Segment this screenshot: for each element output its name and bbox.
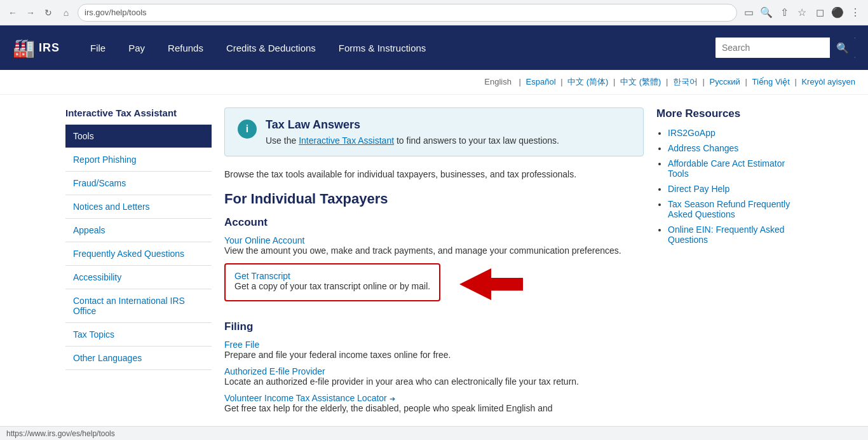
nav-file[interactable]: File	[79, 25, 117, 70]
vita-locator-link[interactable]: Volunteer Income Tax Assistance Locator …	[224, 393, 395, 403]
lang-chinese-simplified[interactable]: 中文 (简体)	[567, 77, 608, 86]
nav-credits-deductions[interactable]: Credits & Deductions	[215, 25, 327, 70]
aca-estimator-link[interactable]: Affordable Care Act Estimator Tools	[668, 158, 785, 179]
sidebar-item-faq[interactable]: Frequently Asked Questions	[65, 242, 212, 266]
address-bar[interactable]: irs.gov/help/tools	[78, 4, 737, 22]
resource-item-5: Tax Season Refund Frequently Asked Quest…	[668, 199, 803, 219]
online-ein-link[interactable]: Online EIN: Frequently Asked Questions	[668, 224, 785, 245]
your-online-account-link[interactable]: Your Online Account	[224, 235, 304, 245]
sidebar-section-title: Interactive Tax Assistant	[65, 107, 212, 118]
browser-icons: ▭ 🔍 ⇧ ☆ ◻ ⚫ ⋮	[742, 6, 862, 19]
lang-espanol[interactable]: Español	[526, 77, 556, 86]
url-text: irs.gov/help/tools	[85, 8, 147, 17]
sidebar-item-notices-letters[interactable]: Notices and Letters	[65, 195, 212, 219]
filing-item-1: Free File Prepare and file your federal …	[224, 340, 644, 360]
language-bar: English | Español | 中文 (简体) | 中文 (繁體) | …	[0, 70, 868, 95]
irs2goapp-link[interactable]: IRS2GoApp	[668, 128, 715, 138]
filing-item-3: Volunteer Income Tax Assistance Locator …	[224, 393, 644, 413]
info-box: i Tax Law Answers Use the Interactive Ta…	[224, 107, 644, 156]
lang-separator-6: |	[745, 77, 749, 86]
direct-pay-link[interactable]: Direct Pay Help	[668, 184, 729, 194]
lang-separator-5: |	[703, 77, 707, 86]
info-box-body: Tax Law Answers Use the Interactive Tax …	[266, 118, 559, 146]
extension-icon[interactable]: ◻	[813, 6, 826, 19]
nav-forms-instructions[interactable]: Forms & Instructions	[327, 25, 438, 70]
resource-item-6: Online EIN: Frequently Asked Questions	[668, 224, 803, 245]
sidebar-item-contact-intl[interactable]: Contact an International IRS Office	[65, 289, 212, 323]
for-individual-taxpayers-heading: For Individual Taxpayers	[224, 191, 644, 207]
home-button[interactable]: ⌂	[60, 6, 72, 19]
infobox-text-before: Use the	[266, 135, 299, 146]
share-icon[interactable]: ⇧	[778, 6, 790, 19]
lang-english: English	[484, 77, 512, 86]
address-changes-link[interactable]: Address Changes	[668, 143, 738, 153]
sidebar-item-tax-topics[interactable]: Tax Topics	[65, 323, 212, 347]
filing-item-2: Authorized E-file Provider Locate an aut…	[224, 366, 644, 387]
irs-logo-text: IRS	[39, 41, 60, 55]
resource-item-1: IRS2GoApp	[668, 128, 803, 138]
vita-locator-text: Volunteer Income Tax Assistance Locator	[224, 393, 387, 403]
zoom-icon[interactable]: 🔍	[760, 6, 773, 19]
eagle-icon: 🏭	[13, 38, 35, 58]
transcript-box: Get Transcript Get a copy of your tax tr…	[224, 263, 440, 301]
reload-button[interactable]: ↻	[42, 6, 55, 19]
lang-russian[interactable]: Русский	[710, 77, 740, 86]
online-account-desc: View the amount you owe, make and track …	[224, 245, 644, 256]
sidebar-item-fraud-scams[interactable]: Fraud/Scams	[65, 172, 212, 195]
lang-haitian-creole[interactable]: Kreyòl ayisyen	[801, 77, 855, 86]
resource-item-4: Direct Pay Help	[668, 184, 803, 194]
lang-separator-4: |	[666, 77, 670, 86]
infobox-title: Tax Law Answers	[266, 118, 559, 132]
lang-separator-3: |	[613, 77, 618, 86]
get-transcript-link[interactable]: Get Transcript	[234, 271, 290, 281]
status-bar: https://www.irs.gov/es/help/tools	[0, 426, 868, 432]
authorized-efile-link[interactable]: Authorized E-file Provider	[224, 366, 325, 376]
sidebar-item-appeals[interactable]: Appeals	[65, 219, 212, 242]
sidebar-item-report-phishing[interactable]: Report Phishing	[65, 148, 212, 172]
lang-separator-7: |	[794, 77, 799, 86]
transcript-row: Get Transcript Get a copy of your tax tr…	[224, 258, 644, 310]
search-button[interactable]: 🔍	[830, 38, 855, 58]
bookmark-icon[interactable]: ☆	[796, 6, 808, 19]
forward-button[interactable]: →	[24, 6, 37, 19]
resources-list: IRS2GoApp Address Changes Affordable Car…	[656, 128, 803, 245]
filing-section: Filing Free File Prepare and file your f…	[224, 320, 644, 413]
free-file-desc: Prepare and file your federal income tax…	[224, 350, 644, 360]
external-link-icon: ➔	[390, 395, 395, 402]
lang-separator-1: |	[519, 77, 524, 86]
lang-separator-2: |	[560, 77, 565, 86]
filing-heading: Filing	[224, 320, 644, 333]
interactive-tax-assistant-link[interactable]: Interactive Tax Assistant	[299, 135, 394, 146]
lang-vietnamese[interactable]: Tiếng Việt	[752, 77, 789, 86]
lang-korean[interactable]: 한국어	[673, 77, 698, 86]
tax-season-refund-link[interactable]: Tax Season Refund Frequently Asked Quest…	[668, 199, 790, 219]
authorized-efile-desc: Locate an authorized e-file provider in …	[224, 376, 644, 387]
menu-icon[interactable]: ⋮	[849, 6, 862, 19]
lang-chinese-traditional[interactable]: 中文 (繁體)	[620, 77, 661, 86]
browse-text: Browse the tax tools available for indiv…	[224, 169, 644, 179]
red-arrow-icon	[453, 265, 529, 303]
search-input[interactable]	[715, 38, 830, 58]
main-nav: File Pay Refunds Credits & Deductions Fo…	[79, 25, 715, 70]
more-resources-title: More Resources	[656, 107, 803, 120]
transcript-desc: Get a copy of your tax transcript online…	[234, 281, 430, 291]
back-button[interactable]: ←	[6, 6, 19, 19]
info-icon: i	[238, 120, 257, 139]
status-url: https://www.irs.gov/es/help/tools	[6, 429, 115, 433]
vita-locator-desc: Get free tax help for the elderly, the d…	[224, 403, 644, 413]
free-file-link[interactable]: Free File	[224, 340, 259, 350]
sidebar-item-other-languages[interactable]: Other Languages	[65, 347, 212, 370]
sidebar-item-accessibility[interactable]: Accessibility	[65, 266, 212, 289]
main-container: Interactive Tax Assistant Tools Report P…	[53, 95, 815, 432]
sidebar-item-tools[interactable]: Tools	[65, 125, 212, 148]
nav-refunds[interactable]: Refunds	[156, 25, 215, 70]
nav-pay[interactable]: Pay	[117, 25, 156, 70]
cast-icon[interactable]: ▭	[742, 6, 755, 19]
infobox-text: Use the Interactive Tax Assistant to fin…	[266, 135, 559, 146]
right-sidebar: More Resources IRS2GoApp Address Changes…	[656, 107, 803, 420]
profile-icon[interactable]: ⚫	[831, 6, 844, 19]
irs-header: 🏭 IRS File Pay Refunds Credits & Deducti…	[0, 25, 868, 70]
main-content: i Tax Law Answers Use the Interactive Ta…	[224, 107, 644, 420]
irs-logo[interactable]: 🏭 IRS	[13, 38, 60, 58]
sidebar: Interactive Tax Assistant Tools Report P…	[65, 107, 212, 420]
